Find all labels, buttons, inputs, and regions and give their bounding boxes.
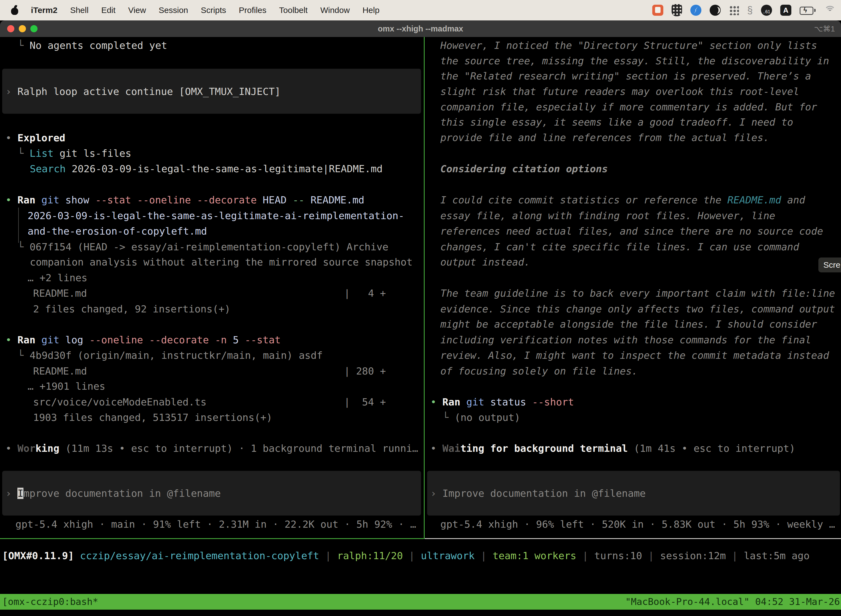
text-segment: └ <box>18 40 29 51</box>
chat-app-icon[interactable] <box>652 5 663 16</box>
text-segment: Ran <box>442 396 466 408</box>
text-segment: king <box>35 443 59 454</box>
text-segment: essay file, along with finding root file… <box>440 210 775 221</box>
menu-items: iTerm2ShellEditViewSessionScriptsProfile… <box>31 6 379 15</box>
text-segment: | <box>325 550 337 561</box>
session-status-line: gpt-5.4 xhigh · main · 91% left · 2.31M … <box>15 517 416 532</box>
keypad-shield-icon[interactable] <box>672 4 682 16</box>
crescent-icon[interactable] <box>710 5 721 16</box>
text-segment: provide file and line references from th… <box>440 132 769 143</box>
text-segment: (no output) <box>454 412 520 423</box>
text-segment: git <box>41 194 65 205</box>
text-segment: README.md | 280 + <box>33 365 386 377</box>
a-badge-icon[interactable]: A <box>780 5 791 16</box>
text-segment: slight risk that future readers may over… <box>440 86 799 97</box>
wifi-icon[interactable] <box>824 6 835 15</box>
screen-share-overlay[interactable]: Scre <box>818 258 841 273</box>
text-segment: Search <box>30 163 66 175</box>
text-segment: --oneline <box>89 334 149 346</box>
session-status-line: gpt-5.4 xhigh · 96% left · 520K in · 5.8… <box>440 517 835 532</box>
text-segment: the "Related research writing" section i… <box>440 70 811 82</box>
prompt-input-line[interactable]: › Improve documentation in @filename <box>6 486 221 501</box>
menu-item-session[interactable]: Session <box>159 6 188 15</box>
menu-item-window[interactable]: Window <box>320 6 350 15</box>
waiting-status-line: • Waiting for background terminal (1m 41… <box>431 441 795 456</box>
text-segment: • <box>6 334 18 346</box>
right-terminal-pane[interactable]: However, I noticed the "Directory Struct… <box>425 0 841 616</box>
text-segment: However, I noticed the "Directory Struct… <box>440 40 817 51</box>
apple-menu-icon[interactable] <box>10 6 19 15</box>
menu-item-profiles[interactable]: Profiles <box>239 6 266 15</box>
blue-bolt-badge-icon[interactable] <box>690 5 701 16</box>
menu-item-iterm2[interactable]: iTerm2 <box>31 6 57 15</box>
menu-item-view[interactable]: View <box>128 6 146 15</box>
text-segment: Considering citation options <box>440 163 608 175</box>
dots-grid-icon[interactable] <box>729 5 739 15</box>
text-segment: … +1901 lines <box>28 381 105 392</box>
menu-item-help[interactable]: Help <box>363 6 379 15</box>
text-segment: of focusing solely on file lines. <box>440 365 638 377</box>
agents-status-line: └ No agents completed yet <box>18 38 167 53</box>
text-segment: › <box>6 488 18 499</box>
text-segment: • <box>431 396 442 408</box>
text-segment: I could cite commit statistics or refere… <box>440 194 727 205</box>
pane-divider[interactable] <box>424 37 425 539</box>
count-badge-icon[interactable]: ..61 <box>761 5 772 16</box>
ran-git-show-line: • Ran git show --stat --oneline --decora… <box>6 192 365 208</box>
reasoning-text: output instead. <box>440 254 530 270</box>
text-segment: | <box>648 550 660 561</box>
text-segment: | <box>732 550 744 561</box>
menu-item-shell[interactable]: Shell <box>70 6 89 15</box>
text-segment: README.md <box>311 194 364 205</box>
text-segment: git <box>466 396 490 408</box>
reasoning-text: the "Related research writing" section i… <box>440 69 811 84</box>
tmux-status-bar: [omx-cczip0:bash* "MacBook-Pro-44.local"… <box>0 594 841 610</box>
text-segment: src/voice/voiceModeEnabled.ts | 54 + <box>33 396 386 408</box>
prompt-input-line[interactable]: › Improve documentation in @filename <box>431 486 646 501</box>
working-status-line: • Working (11m 13s • esc to interrupt) ·… <box>6 441 418 456</box>
command-arg-wrap: 2026-03-09-is-legal-the-same-as-legitima… <box>28 208 404 224</box>
text-segment: | <box>481 550 492 561</box>
text-segment: --oneline <box>137 194 197 205</box>
text-segment: › <box>6 86 18 97</box>
explored-list-line: └ List git ls-files <box>18 146 131 161</box>
reasoning-text: might be acceptable alongside the file l… <box>440 317 817 332</box>
battery-icon[interactable]: ϟ <box>800 6 816 14</box>
explored-search-line: Search 2026-03-09-is-legal-the-same-as-l… <box>30 161 383 177</box>
text-segment: └ <box>18 148 29 159</box>
tmux-host-clock: "MacBook-Pro-44.local" 04:52 31-Mar-26 <box>625 594 840 610</box>
text-segment: last:5m ago <box>744 550 810 561</box>
text-segment: └ <box>18 350 29 361</box>
command-arg-wrap: and-the-erosion-of-copyleft.md <box>28 224 207 239</box>
text-segment: Explored <box>18 132 65 144</box>
text-segment: log <box>65 334 89 346</box>
command-output: 2 files changed, 92 insertions(+) <box>33 301 230 317</box>
command-output: └ 067f154 (HEAD -> essay/ai-reimplementa… <box>18 239 388 255</box>
reasoning-text: review. Also, I might want to inspect th… <box>440 348 829 363</box>
text-segment: turns:10 <box>594 550 648 561</box>
reasoning-text: of focusing solely on file lines. <box>440 364 638 379</box>
menu-item-edit[interactable]: Edit <box>101 6 116 15</box>
reasoning-text: slight risk that future readers may over… <box>440 84 799 99</box>
text-segment: README.md <box>727 194 781 205</box>
terminal-window: └ No agents completed yet› Ralph loop ac… <box>0 0 841 616</box>
reasoning-text: evidence. Since this change only affects… <box>440 301 835 317</box>
text-segment: • <box>6 132 18 144</box>
text-segment: git ls-files <box>54 148 131 159</box>
menu-item-toolbelt[interactable]: Toolbelt <box>279 6 308 15</box>
omx-status-bar: [OMX#0.11.9] cczip/essay/ai-reimplementa… <box>2 548 810 563</box>
menu-item-scripts[interactable]: Scripts <box>201 6 226 15</box>
left-terminal-pane[interactable]: └ No agents completed yet› Ralph loop ac… <box>0 0 424 616</box>
text-segment: The team guideline is to back every impo… <box>440 287 835 299</box>
command-output: └ 4b9d30f (origin/main, instructkr/main,… <box>18 348 322 363</box>
text-segment: 2 files changed, 92 insertions(+) <box>33 303 230 315</box>
window-titlebar[interactable]: omx --xhigh --madmax ⌥⌘1 <box>0 21 841 37</box>
squiggle-icon[interactable]: § <box>747 5 753 16</box>
text-segment: changes, I can't cite specific file line… <box>440 241 799 252</box>
text-segment: --decorate <box>149 334 215 346</box>
reasoning-text: companion file, especially if more comme… <box>440 99 817 115</box>
reasoning-text: The team guideline is to back every impo… <box>440 286 835 301</box>
text-segment: README.md | 4 + <box>33 287 386 299</box>
text-segment: … +2 lines <box>28 272 88 283</box>
text-segment: and <box>781 194 805 205</box>
